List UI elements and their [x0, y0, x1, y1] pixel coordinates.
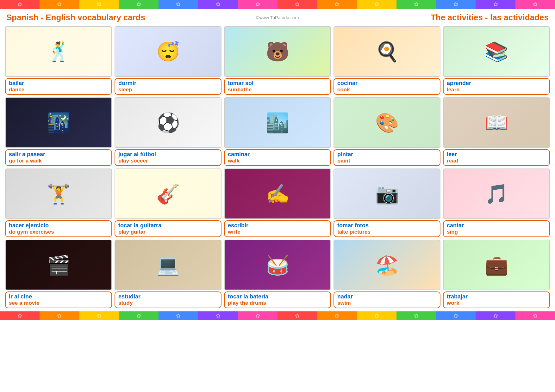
card-label-pintar: pintarpaint: [334, 149, 440, 166]
card-english-salir: go for a walk: [9, 158, 108, 164]
card-cocinar: 🍳cocinarcook: [334, 26, 440, 95]
header: Spanish - English vocabulary cards ©www.…: [0, 11, 555, 23]
card-pintar: 🎨pintarpaint: [334, 97, 440, 166]
card-fotos: 📷tomar fotostake pictures: [334, 168, 440, 237]
card-english-tomarsol: sunbathe: [228, 87, 327, 93]
card-label-leer: leerread: [443, 149, 550, 166]
rainbow-segment: [238, 0, 278, 9]
card-spanish-salir: salir a pasear: [9, 151, 108, 158]
card-emoji-cantar: 🎵: [444, 169, 549, 218]
rainbow-segment: [317, 0, 357, 9]
card-image-dormir: 😴: [115, 26, 221, 77]
rainbow-segment: [436, 311, 476, 320]
card-emoji-leer: 📖: [444, 98, 549, 147]
card-emoji-dormir: 😴: [115, 27, 221, 76]
card-image-aprender: 📚: [443, 26, 550, 77]
rainbow-segment: [119, 0, 159, 9]
rainbow-top-bar: [0, 0, 555, 9]
card-emoji-nadar: 🏖️: [334, 240, 440, 290]
card-emoji-cocinar: 🍳: [334, 27, 440, 76]
site-url: ©www.TuParada.com: [256, 15, 299, 20]
title-right: The activities - las actividades: [431, 13, 549, 22]
card-image-nadar: 🏖️: [334, 240, 440, 290]
card-estudiar: 💻estudiarstudy: [115, 240, 221, 308]
card-label-escribir: escribirwrite: [224, 220, 331, 237]
card-emoji-jugar: ⚽: [115, 98, 221, 147]
card-label-caminar: caminarwalk: [224, 149, 331, 166]
rainbow-segment: [238, 311, 278, 320]
card-image-leer: 📖: [443, 97, 550, 148]
card-image-tomarsol: 🐻: [224, 26, 331, 77]
card-emoji-fotos: 📷: [334, 169, 440, 218]
rainbow-segment: [198, 311, 238, 320]
card-aprender: 📚aprenderlearn: [443, 26, 550, 95]
rainbow-segment: [79, 0, 119, 9]
card-spanish-guitarra: tocar la guitarra: [118, 222, 218, 229]
card-spanish-cantar: cantar: [447, 222, 546, 229]
card-spanish-cocinar: cocinar: [337, 80, 437, 87]
rainbow-segment: [357, 311, 396, 320]
card-label-cocinar: cocinarcook: [334, 78, 440, 95]
card-image-trabajar: 💼: [443, 240, 550, 290]
rainbow-segment: [515, 311, 555, 320]
card-label-jugar: jugar al fútbolplay soccer: [115, 149, 221, 166]
card-label-aprender: aprenderlearn: [443, 78, 550, 95]
card-image-fotos: 📷: [334, 168, 440, 219]
card-emoji-cine: 🎬: [6, 240, 111, 290]
card-english-trabajar: work: [447, 300, 546, 306]
card-ejercicio: 🏋️hacer ejerciciodo gym exercises: [5, 168, 112, 237]
card-image-guitarra: 🎸: [115, 168, 221, 219]
card-english-cocinar: cook: [337, 87, 437, 93]
card-english-fotos: take pictures: [337, 229, 437, 235]
card-emoji-caminar: 🏙️: [225, 98, 330, 147]
card-english-cine: see a movie: [9, 300, 108, 306]
rainbow-segment: [198, 0, 238, 9]
card-english-leer: read: [447, 158, 546, 164]
card-emoji-estudiar: 💻: [115, 240, 221, 290]
rainbow-segment: [40, 311, 79, 320]
rainbow-segment: [476, 0, 515, 9]
rainbow-segment: [278, 0, 317, 9]
card-english-bateria: play the drums: [228, 300, 327, 306]
card-english-nadar: swim: [337, 300, 437, 306]
card-emoji-ejercicio: 🏋️: [6, 169, 111, 218]
card-spanish-nadar: nadar: [337, 293, 437, 300]
rainbow-segment: [159, 0, 198, 9]
card-image-escribir: ✍️: [224, 168, 331, 219]
card-caminar: 🏙️caminarwalk: [224, 97, 331, 166]
card-spanish-bailar: bailar: [9, 80, 108, 87]
card-spanish-jugar: jugar al fútbol: [118, 151, 218, 158]
card-label-bailar: bailardance: [5, 78, 112, 95]
card-dormir: 😴dormirsleep: [115, 26, 221, 95]
card-english-dormir: sleep: [118, 87, 218, 93]
card-image-bailar: 🕺: [5, 26, 112, 77]
card-label-trabajar: trabajarwork: [443, 291, 550, 308]
card-emoji-pintar: 🎨: [334, 98, 440, 147]
card-label-cine: ir al cinesee a movie: [5, 291, 112, 308]
card-escribir: ✍️escribirwrite: [224, 168, 331, 237]
card-emoji-trabajar: 💼: [444, 240, 549, 290]
card-english-jugar: play soccer: [118, 158, 218, 164]
card-spanish-aprender: aprender: [447, 80, 546, 87]
card-label-dormir: dormirsleep: [115, 78, 221, 95]
card-trabajar: 💼trabajarwork: [443, 240, 550, 308]
card-label-cantar: cantarsing: [443, 220, 550, 237]
card-spanish-fotos: tomar fotos: [337, 222, 437, 229]
rainbow-segment: [396, 0, 436, 9]
rainbow-segment: [476, 311, 515, 320]
card-english-ejercicio: do gym exercises: [9, 229, 108, 235]
card-image-salir: 🌃: [5, 97, 112, 148]
card-spanish-trabajar: trabajar: [447, 293, 546, 300]
card-jugar: ⚽jugar al fútbolplay soccer: [115, 97, 221, 166]
card-image-bateria: 🥁: [224, 240, 331, 290]
card-image-caminar: 🏙️: [224, 97, 331, 148]
card-spanish-tomarsol: tomar sol: [228, 80, 327, 87]
card-emoji-bailar: 🕺: [6, 27, 111, 76]
card-label-estudiar: estudiarstudy: [115, 291, 221, 308]
card-image-estudiar: 💻: [115, 240, 221, 290]
card-guitarra: 🎸tocar la guitarraplay guitar: [115, 168, 221, 237]
rainbow-bottom-bar: [0, 311, 555, 320]
card-english-bailar: dance: [9, 87, 108, 93]
card-emoji-bateria: 🥁: [225, 240, 330, 290]
cards-grid: 🕺bailardance😴dormirsleep🐻tomar solsunbat…: [0, 24, 555, 310]
